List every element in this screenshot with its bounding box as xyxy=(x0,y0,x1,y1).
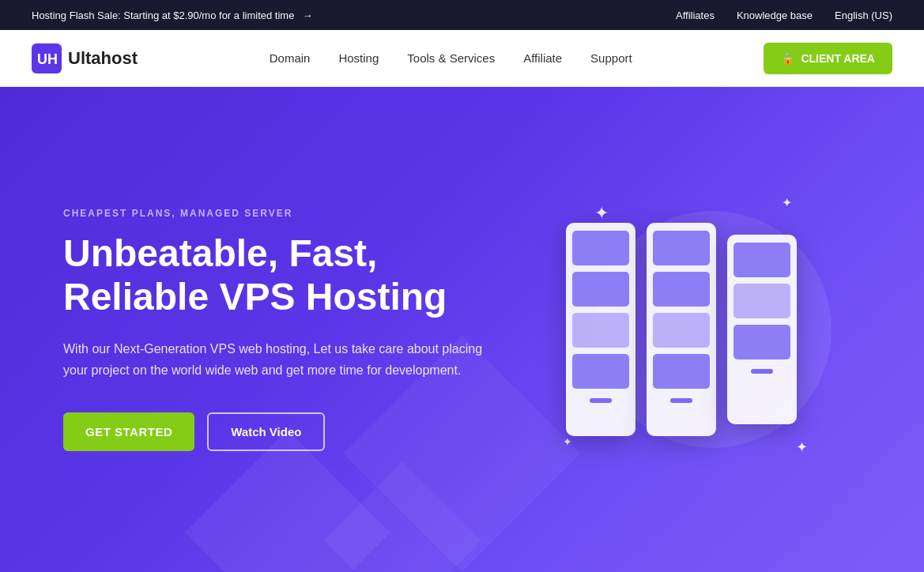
promo-text: Hosting Flash Sale: Starting at $2.90/mo… xyxy=(32,9,294,21)
nav-item-support[interactable]: Support xyxy=(590,51,632,66)
server-slot-3-2 xyxy=(734,284,790,318)
hero-section: CHEAPEST PLANS, MANAGED SERVER Unbeatabl… xyxy=(0,87,924,572)
server-slot-1-4 xyxy=(572,354,629,389)
server-group xyxy=(566,223,797,436)
sparkle-icon-2: ✦ xyxy=(782,195,792,210)
server-slot-1-3 xyxy=(572,313,629,348)
bg-shape-2 xyxy=(323,461,481,572)
top-banner: Hosting Flash Sale: Starting at $2.90/mo… xyxy=(0,0,924,30)
server-slot-2-3 xyxy=(653,313,710,348)
logo-text: Ultahost xyxy=(68,48,138,69)
server-slot-2-1 xyxy=(653,231,710,265)
hero-buttons: GET STARTED Watch Video xyxy=(63,412,502,451)
promo-banner: Hosting Flash Sale: Starting at $2.90/mo… xyxy=(32,9,312,21)
navbar: UH Ultahost Domain Hosting Tools & Servi… xyxy=(0,30,924,87)
lock-icon: 🔒 xyxy=(781,52,794,65)
server-unit-2 xyxy=(647,223,716,436)
server-slot-3-1 xyxy=(734,243,790,277)
nav-item-domain[interactable]: Domain xyxy=(270,51,311,66)
top-nav-links: Affiliates Knowledge base English (US) xyxy=(676,9,892,21)
server-indicator-1 xyxy=(590,398,612,403)
sparkle-icon-4: ✦ xyxy=(563,435,572,448)
server-slot-2-4 xyxy=(653,354,710,389)
nav-item-affiliate[interactable]: Affiliate xyxy=(523,51,562,66)
servers-container: ✦ ✦ ✦ ✦ xyxy=(547,187,816,472)
nav-item-hosting[interactable]: Hosting xyxy=(338,51,379,66)
hero-title: Unbeatable, Fast, Reliable VPS Hosting xyxy=(63,231,502,318)
nav-item-tools[interactable]: Tools & Services xyxy=(407,51,495,66)
sparkle-icon-3: ✦ xyxy=(796,438,808,456)
server-slot-3-3 xyxy=(734,325,790,359)
server-indicator-2 xyxy=(670,398,692,403)
hero-tagline: CHEAPEST PLANS, MANAGED SERVER xyxy=(63,208,502,219)
server-unit-1 xyxy=(566,223,635,436)
get-started-button[interactable]: GET STARTED xyxy=(63,412,194,451)
affiliates-link[interactable]: Affiliates xyxy=(676,9,715,21)
language-selector[interactable]: English (US) xyxy=(835,9,892,21)
server-slot-2-2 xyxy=(653,272,710,307)
hero-description: With our Next-Generation VPS web hosting… xyxy=(63,338,490,381)
nav-links: Domain Hosting Tools & Services Affiliat… xyxy=(270,51,632,66)
client-area-button[interactable]: 🔒 CLIENT AREA xyxy=(764,43,892,74)
server-slot-1-1 xyxy=(572,231,629,265)
logo[interactable]: UH Ultahost xyxy=(32,43,138,73)
svg-text:UH: UH xyxy=(37,51,58,67)
logo-icon: UH xyxy=(32,43,62,73)
watch-video-button[interactable]: Watch Video xyxy=(207,412,325,451)
hero-illustration: ✦ ✦ ✦ ✦ xyxy=(502,187,861,472)
sparkle-icon-1: ✦ xyxy=(594,203,609,224)
server-unit-3 xyxy=(727,235,797,424)
server-indicator-3 xyxy=(751,369,773,374)
hero-content: CHEAPEST PLANS, MANAGED SERVER Unbeatabl… xyxy=(63,208,502,451)
promo-arrow: → xyxy=(302,9,312,21)
knowledge-base-link[interactable]: Knowledge base xyxy=(737,9,813,21)
server-slot-1-2 xyxy=(572,272,629,307)
